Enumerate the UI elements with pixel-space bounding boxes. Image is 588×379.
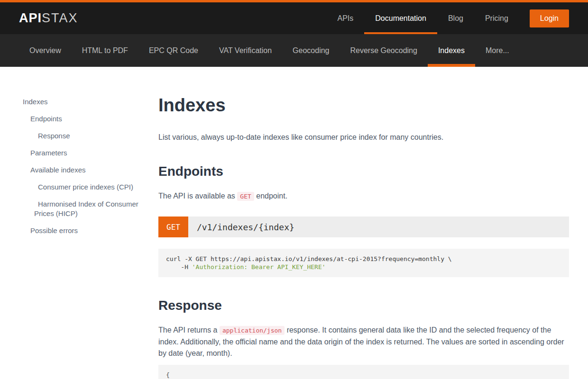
login-button[interactable]: Login bbox=[530, 9, 569, 27]
header: API STAX APIs Documentation Blog Pricing… bbox=[0, 2, 588, 34]
method-badge: GET bbox=[158, 217, 188, 237]
docs-sub-nav: Overview HTML to PDF EPC QR Code VAT Ver… bbox=[0, 34, 588, 67]
response-json-code-block: { "id": "at-cpi-2015", "name": "Verbrauc… bbox=[158, 365, 569, 379]
sub-nav-item-vat-verification[interactable]: VAT Verification bbox=[209, 34, 282, 67]
toc-item-possible-errors[interactable]: Possible errors bbox=[23, 226, 158, 235]
intro-paragraph: List various, always up-to-date indexes … bbox=[158, 132, 569, 143]
sub-nav-item-epc-qr-code[interactable]: EPC QR Code bbox=[138, 34, 209, 67]
toc-item-parameters[interactable]: Parameters bbox=[23, 148, 158, 158]
response-heading: Response bbox=[158, 298, 569, 313]
sub-nav-item-overview[interactable]: Overview bbox=[19, 34, 72, 67]
sub-nav-item-html-to-pdf[interactable]: HTML to PDF bbox=[72, 34, 138, 67]
toc-item-indexes[interactable]: Indexes bbox=[23, 97, 158, 107]
doc-main: Indexes List various, always up-to-date … bbox=[158, 95, 569, 379]
top-nav-item-apis[interactable]: APIs bbox=[326, 2, 364, 34]
top-nav-item-blog[interactable]: Blog bbox=[437, 2, 474, 34]
brand-logo[interactable]: API STAX bbox=[19, 2, 78, 34]
sub-nav-item-reverse-geocoding[interactable]: Reverse Geocoding bbox=[340, 34, 428, 67]
top-nav: APIs Documentation Blog Pricing Login bbox=[326, 2, 569, 34]
curl-example-code-block: curl -X GET https://api.apistax.io/v1/in… bbox=[158, 249, 569, 277]
content-area: Indexes Endpoints Response Parameters Av… bbox=[0, 67, 588, 379]
page-title: Indexes bbox=[158, 95, 569, 116]
sub-nav-item-geocoding[interactable]: Geocoding bbox=[282, 34, 340, 67]
response-desc-prefix: The API returns a bbox=[158, 326, 220, 334]
sub-nav-item-indexes[interactable]: Indexes bbox=[428, 34, 475, 67]
toc-item-cpi[interactable]: Consumer price indexes (CPI) bbox=[23, 182, 158, 192]
brand-logo-light: STAX bbox=[42, 11, 78, 26]
toc-item-available-indexes[interactable]: Available indexes bbox=[23, 165, 158, 175]
top-nav-item-pricing[interactable]: Pricing bbox=[474, 2, 519, 34]
endpoint-path: /v1/indexes/{index} bbox=[188, 217, 569, 237]
toc-item-endpoints[interactable]: Endpoints bbox=[23, 114, 158, 124]
toc-sidebar: Indexes Endpoints Response Parameters Av… bbox=[23, 95, 158, 379]
response-paragraph: The API returns a application/json respo… bbox=[158, 325, 569, 359]
brand-logo-bold: API bbox=[19, 11, 42, 26]
availability-paragraph: The API is available as GET endpoint. bbox=[158, 190, 569, 202]
login-wrap: Login bbox=[530, 2, 569, 34]
availability-suffix: endpoint. bbox=[254, 192, 287, 200]
endpoint-box: GET /v1/indexes/{index} bbox=[158, 217, 569, 237]
get-inline-code: GET bbox=[237, 192, 254, 201]
toc-item-hicp[interactable]: Harmonised Index of Consumer Prices (HIC… bbox=[23, 199, 158, 218]
application-json-inline-code: application/json bbox=[220, 326, 285, 335]
sub-nav-item-more[interactable]: More... bbox=[475, 34, 520, 67]
endpoints-heading: Endpoints bbox=[158, 164, 569, 179]
availability-prefix: The API is available as bbox=[158, 192, 237, 200]
toc-item-response[interactable]: Response bbox=[23, 131, 158, 141]
top-nav-item-documentation[interactable]: Documentation bbox=[364, 2, 437, 34]
